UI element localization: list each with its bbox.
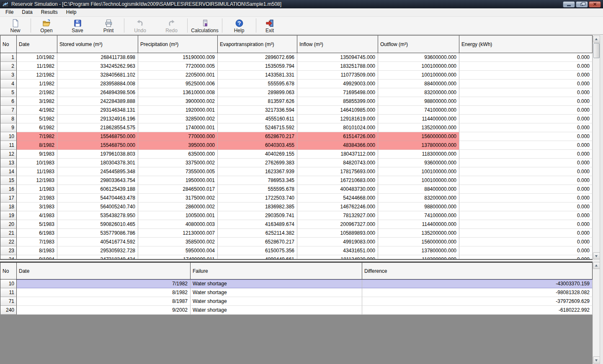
precipitation-cell[interactable]: 17490000.011 [138,255,218,260]
evaportranspiration-cell[interactable]: 786953.345 [218,176,297,185]
date-cell[interactable]: 5/1982 [17,115,57,123]
table-row[interactable]: 118/1982155468750.000395000.0006040303.4… [0,141,593,150]
evaportranspiration-cell[interactable]: 555595.678 [218,185,297,194]
table-row[interactable]: 63/1982242284389.8883900000.002813597.62… [0,97,593,106]
date-cell[interactable]: 7/1982 [17,279,191,288]
precipitation-cell[interactable]: 13610000.008 [138,88,218,97]
column-header-evaportranspiration[interactable]: Evaportranspiration (m³) [218,35,297,53]
date-cell[interactable]: 2/1983 [17,194,57,203]
outflow-cell[interactable]: 100100000.000 [378,167,459,176]
precipitation-cell[interactable]: 1920000.001 [138,106,218,115]
outflow-cell[interactable]: 88400000.000 [378,185,459,194]
inflow-cell[interactable]: 43431651.000 [297,246,378,255]
row-number-cell[interactable]: 20 [0,220,17,229]
stored-volume-cell[interactable]: 590826010.465 [57,220,138,229]
evaportranspiration-cell[interactable]: 1836982.385 [218,203,297,211]
stored-volume-cell[interactable]: 295305932.728 [57,246,138,255]
stored-volume-cell[interactable]: 293146348.131 [57,106,138,115]
date-cell[interactable]: 3/1982 [17,97,57,106]
outflow-cell[interactable]: 114400000.000 [378,115,459,123]
restore-button[interactable] [576,1,588,8]
precipitation-cell[interactable]: 4080000.003 [138,220,218,229]
inflow-cell[interactable]: 110773509.000 [297,71,378,79]
inflow-cell[interactable]: 78132927.000 [297,211,378,220]
scroll-down-button[interactable] [593,356,600,364]
row-number-cell[interactable]: 10 [0,132,17,141]
outflow-cell[interactable]: 156000000.000 [378,238,459,246]
table-row[interactable]: 227/1983405416774.5923585000.0026528670.… [0,238,593,246]
evaportranspiration-cell[interactable]: 2762699.383 [218,159,297,167]
row-number-cell[interactable]: 8 [0,115,17,123]
row-number-cell[interactable]: 7 [0,106,17,115]
column-header-outflow[interactable]: Outflow (m³) [378,35,459,53]
inflow-cell[interactable]: 183251788.000 [297,62,378,71]
row-number-cell[interactable]: 71 [0,297,17,306]
evaportranspiration-cell[interactable]: 6040303.455 [218,141,297,150]
evaportranspiration-cell[interactable]: 555595.678 [218,79,297,88]
precipitation-cell[interactable]: 635000.000 [138,150,218,159]
inflow-cell[interactable]: 71695498.000 [297,88,378,97]
energy-cell[interactable]: 0.000 [459,211,593,220]
row-number-cell[interactable]: 4 [0,79,17,88]
evaportranspiration-cell[interactable]: 4163489.674 [218,220,297,229]
outflow-cell[interactable]: 135200000.000 [378,123,459,132]
inflow-cell[interactable]: 105889893.000 [297,229,378,238]
evaportranspiration-cell[interactable]: 6150075.356 [218,246,297,255]
outflow-cell[interactable]: 93600000.000 [378,159,459,167]
difference-cell[interactable]: -37972609.629 [362,297,593,306]
inflow-cell[interactable]: 54244668.000 [297,194,378,203]
outflow-cell[interactable]: 83200000.000 [378,88,459,97]
outflow-cell[interactable]: 100100000.000 [378,62,459,71]
outflow-cell[interactable]: 100100000.000 [378,176,459,185]
date-cell[interactable]: 8/1982 [17,141,57,150]
row-number-cell[interactable]: 21 [0,229,17,238]
energy-cell[interactable]: 0.000 [459,132,593,141]
precipitation-cell[interactable]: 2205000.001 [138,71,218,79]
inflow-cell[interactable]: 80101024.000 [297,123,378,132]
energy-cell[interactable]: 0.000 [459,229,593,238]
column-header-energy[interactable]: Energy (kWh) [459,35,593,53]
precipitation-cell[interactable]: 9525000.006 [138,79,218,88]
new-button[interactable]: New [0,17,31,34]
energy-cell[interactable]: 0.000 [459,246,593,255]
table-row[interactable]: 2409/2002Water shortage-6180222.992 [0,306,593,315]
evaportranspiration-cell[interactable]: 4090449.661 [218,255,297,260]
inflow-cell[interactable]: 135094745.000 [297,53,378,62]
stored-volume-cell[interactable]: 242284389.888 [57,97,138,106]
table-row[interactable]: 118/1982Water shortage-98081328.082 [0,288,593,297]
table-row[interactable]: 74/1982293146348.1311920000.0013217336.5… [0,106,593,115]
table-row[interactable]: 205/1983590826010.4654080000.0034163489.… [0,220,593,229]
energy-cell[interactable]: 0.000 [459,79,593,88]
scroll-down-button[interactable] [593,252,600,259]
table-row[interactable]: 110/1982268411738.69815190000.0092896072… [0,53,593,62]
failure-type-cell[interactable]: Water shortage [191,297,362,306]
date-cell[interactable]: 10/1983 [17,159,57,167]
outflow-cell[interactable]: 118300000.000 [378,255,459,260]
minimize-button[interactable] [563,1,575,8]
energy-cell[interactable]: 0.000 [459,159,593,167]
stored-volume-cell[interactable]: 535438278.950 [57,211,138,220]
energy-cell[interactable]: 0.000 [459,220,593,229]
date-cell[interactable]: 7/1982 [17,132,57,141]
date-cell[interactable]: 8/1987 [17,297,191,306]
column-header-no[interactable]: No [0,35,17,53]
energy-cell[interactable]: 0.000 [459,106,593,115]
save-button[interactable]: Save [62,17,93,34]
date-cell[interactable]: 11/1982 [17,62,57,71]
inflow-cell[interactable]: 85855399.000 [297,97,378,106]
energy-cell[interactable]: 0.000 [459,97,593,106]
table-row[interactable]: 238/1983295305932.7285950000.0046150075.… [0,246,593,255]
date-cell[interactable]: 1/1983 [17,185,57,194]
table-row[interactable]: 107/1982Water shortage-43003370.159 [0,279,593,288]
stored-volume-cell[interactable]: 405416774.592 [57,238,138,246]
stored-volume-cell[interactable]: 535779086.786 [57,229,138,238]
evaportranspiration-cell[interactable]: 4555160.611 [218,115,297,123]
precipitation-cell[interactable]: 3175000.002 [138,194,218,203]
outflow-cell[interactable]: 98800000.000 [378,97,459,106]
stored-volume-cell[interactable]: 298033643.754 [57,176,138,185]
failure-type-cell[interactable]: Water shortage [191,306,362,315]
outflow-cell[interactable]: 137800000.000 [378,246,459,255]
inflow-cell[interactable]: 146410985.000 [297,106,378,115]
outflow-cell[interactable]: 88400000.000 [378,79,459,88]
precipitation-cell[interactable]: 5950000.004 [138,246,218,255]
